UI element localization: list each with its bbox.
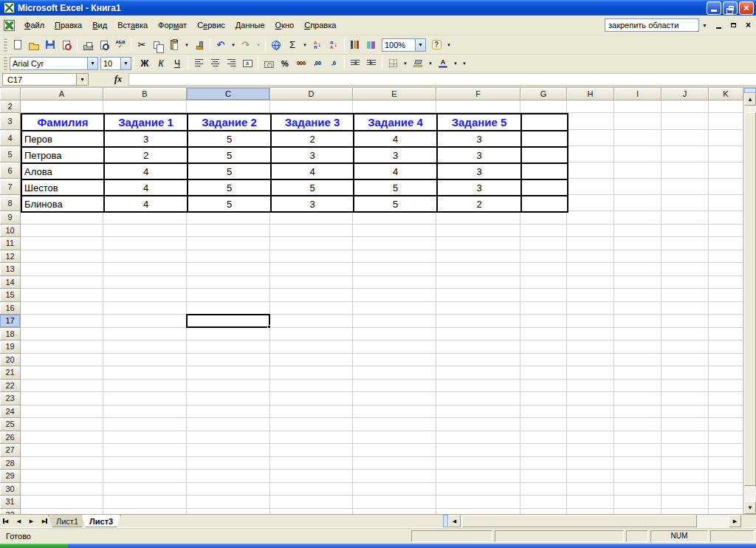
save-button[interactable] (42, 38, 58, 52)
cell-J3[interactable] (662, 113, 709, 130)
cell-A13[interactable] (21, 263, 103, 276)
cell-H27[interactable] (567, 444, 614, 457)
table-cell-B4[interactable]: 3 (105, 131, 188, 148)
table-cell-A6[interactable]: Алова (22, 164, 105, 180)
cell-F27[interactable] (436, 444, 520, 457)
cell-J2[interactable] (662, 100, 709, 113)
cell-F25[interactable] (436, 418, 520, 431)
open-button[interactable] (26, 38, 42, 52)
table-header-4[interactable]: Задание 3 (272, 114, 354, 131)
cell-I5[interactable] (614, 146, 662, 162)
menu-item-insert[interactable]: Вставка (112, 18, 153, 32)
cell-D30[interactable] (270, 483, 353, 496)
cell-I26[interactable] (614, 431, 662, 445)
toolbar-grip[interactable] (4, 38, 7, 52)
toolbar-grip[interactable] (4, 57, 7, 70)
cell-A15[interactable] (21, 289, 103, 302)
cell-selection[interactable] (186, 314, 270, 328)
cell-J11[interactable] (662, 237, 709, 250)
cell-J8[interactable] (662, 195, 709, 211)
cell-K10[interactable] (709, 225, 743, 238)
cell-F28[interactable] (436, 457, 520, 470)
table-cell-D5[interactable]: 3 (272, 148, 354, 164)
cell-H28[interactable] (567, 457, 614, 470)
cell-F30[interactable] (436, 483, 520, 496)
cell-A12[interactable] (21, 250, 103, 264)
cell-D22[interactable] (270, 380, 353, 393)
menu-item-view[interactable]: Вид (87, 18, 112, 32)
row-header-7[interactable]: 7 (0, 179, 21, 195)
select-all-corner[interactable] (0, 88, 21, 100)
cell-B32[interactable] (103, 509, 187, 515)
next-sheet-button[interactable]: ▶ (25, 515, 38, 527)
cell-C12[interactable] (187, 250, 270, 264)
cell-H17[interactable] (567, 315, 614, 328)
cell-I8[interactable] (614, 195, 662, 211)
cell-K14[interactable] (709, 276, 743, 290)
cell-E9[interactable] (353, 211, 436, 225)
table-cell-C7[interactable]: 5 (188, 180, 272, 196)
cell-K18[interactable] (709, 328, 743, 341)
cell-F2[interactable] (436, 100, 520, 113)
cell-A32[interactable] (21, 509, 103, 515)
menu-item-format[interactable]: Формат (153, 18, 192, 32)
cell-C9[interactable] (187, 211, 270, 225)
cell-I27[interactable] (614, 444, 662, 457)
row-header-30[interactable]: 30 (0, 483, 21, 496)
paste-dropdown[interactable]: ▼ (182, 38, 191, 52)
cell-E27[interactable] (353, 444, 436, 457)
cell-J5[interactable] (662, 146, 709, 162)
menu-item-file[interactable]: Файл (19, 18, 49, 32)
menu-item-data[interactable]: Данные (230, 18, 270, 32)
row-header-16[interactable]: 16 (0, 302, 21, 315)
cell-E12[interactable] (353, 250, 436, 264)
zoom-combobox[interactable]: 100% ▼ (382, 38, 426, 52)
table-cell-D8[interactable]: 3 (272, 196, 354, 213)
cell-B18[interactable] (103, 328, 187, 341)
cell-I17[interactable] (614, 315, 662, 328)
cell-G29[interactable] (520, 470, 567, 483)
cell-D19[interactable] (270, 340, 353, 354)
cell-F24[interactable] (436, 405, 520, 419)
cell-F11[interactable] (436, 237, 520, 250)
cell-H10[interactable] (567, 225, 614, 238)
borders-button[interactable] (385, 56, 401, 71)
cell-E10[interactable] (353, 225, 436, 238)
column-header-K[interactable]: K (709, 88, 743, 100)
cell-G2[interactable] (520, 100, 567, 113)
cell-E32[interactable] (353, 509, 436, 515)
scroll-up-button[interactable]: ▲ (744, 93, 756, 106)
cell-D15[interactable] (270, 289, 353, 302)
cell-B12[interactable] (103, 250, 187, 264)
name-box[interactable]: C17 (2, 73, 77, 86)
autosum-dropdown[interactable]: ▼ (300, 38, 309, 52)
row-header-29[interactable]: 29 (0, 470, 21, 483)
cell-F29[interactable] (436, 470, 520, 483)
row-header-31[interactable]: 31 (0, 496, 21, 509)
spelling-button[interactable]: АБВ ✓ (112, 38, 128, 52)
sort-descending-button[interactable]: ЯА ↓ (326, 38, 342, 52)
cell-H29[interactable] (567, 470, 614, 483)
row-header-25[interactable]: 25 (0, 418, 21, 431)
cell-H30[interactable] (567, 483, 614, 496)
cell-J17[interactable] (662, 315, 709, 328)
help-button[interactable]: ? (428, 38, 444, 52)
cell-C20[interactable] (187, 354, 270, 367)
cell-B9[interactable] (103, 211, 187, 225)
cell-H15[interactable] (567, 289, 614, 302)
cell-D11[interactable] (270, 237, 353, 250)
row-header-4[interactable]: 4 (0, 130, 21, 146)
cell-K28[interactable] (709, 457, 743, 470)
row-header-17[interactable]: 17 (0, 315, 21, 328)
table-cell-B6[interactable]: 4 (105, 164, 188, 180)
cell-I14[interactable] (614, 276, 662, 290)
cell-F18[interactable] (436, 328, 520, 341)
cell-K23[interactable] (709, 392, 743, 405)
cell-G27[interactable] (520, 444, 567, 457)
cell-H3[interactable] (567, 113, 614, 130)
cell-H2[interactable] (567, 100, 614, 113)
paste-button[interactable] (166, 38, 182, 52)
cell-H5[interactable] (567, 146, 614, 162)
table-cell-E8[interactable]: 5 (354, 196, 438, 213)
cell-I21[interactable] (614, 366, 662, 380)
